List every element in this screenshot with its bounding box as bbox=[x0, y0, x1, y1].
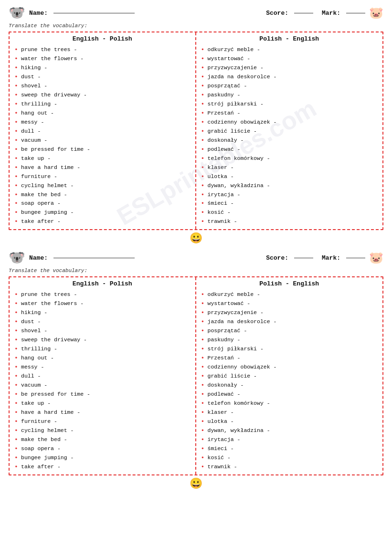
header-left-1: 🐨 Name: bbox=[9, 5, 135, 21]
list-item: messy - bbox=[14, 363, 191, 372]
list-item: ulotka - bbox=[201, 417, 378, 426]
polish-section-2: Polish - English odkurzyć meble - wystar… bbox=[196, 277, 383, 474]
bear-icon-2: 🐨 bbox=[9, 250, 25, 266]
list-item: sweep the driveway - bbox=[14, 91, 191, 100]
list-item: soap opera - bbox=[14, 444, 191, 453]
list-item: cycling helmet - bbox=[14, 426, 191, 435]
list-item: water the flowers - bbox=[14, 54, 191, 63]
list-item: odkurzyć meble - bbox=[201, 290, 378, 299]
score-label-2: Score: bbox=[266, 254, 288, 262]
list-item: trawnik - bbox=[201, 217, 378, 226]
list-item: grabić liście - bbox=[201, 372, 378, 381]
name-line-2 bbox=[53, 258, 135, 258]
list-item: strój piłkarski - bbox=[201, 345, 378, 354]
english-section-1: English - Polish prune the trees - water… bbox=[10, 32, 196, 229]
list-item: dywan, wykładzina - bbox=[201, 426, 378, 435]
list-item: telefon komórkowy - bbox=[201, 399, 378, 408]
list-item: wystartować - bbox=[201, 54, 378, 63]
score-line-2 bbox=[294, 258, 313, 258]
name-line-1 bbox=[53, 13, 135, 13]
polish-list-2: odkurzyć meble - wystartować - przyzwycz… bbox=[201, 290, 378, 471]
list-item: jazda na deskorolce - bbox=[201, 317, 378, 326]
list-item: dull - bbox=[14, 372, 191, 381]
list-item: bungee jumping - bbox=[14, 453, 191, 463]
list-item: przyzwyczajenie - bbox=[201, 308, 378, 317]
score-label-1: Score: bbox=[266, 10, 288, 17]
list-item: Przestań - bbox=[201, 354, 378, 363]
list-item: be pressed for time - bbox=[14, 145, 191, 154]
list-item: klaser - bbox=[201, 408, 378, 417]
list-item: jazda na deskorolce - bbox=[201, 73, 378, 82]
list-item: take after - bbox=[14, 463, 191, 472]
list-item: śmieci - bbox=[201, 199, 378, 208]
list-item: irytacja - bbox=[201, 435, 378, 444]
smiley-2: 😀 bbox=[9, 477, 383, 490]
piglet-icon-2: 🐷 bbox=[369, 251, 383, 265]
list-item: klaser - bbox=[201, 163, 378, 172]
list-item: podlewać - bbox=[201, 390, 378, 399]
mark-label-1: Mark: bbox=[322, 10, 340, 17]
polish-title-1: Polish - English bbox=[201, 35, 378, 42]
list-item: shovel - bbox=[14, 82, 191, 91]
list-item: prune the trees - bbox=[14, 290, 191, 299]
header-2: 🐨 Name: Score: Mark: 🐷 bbox=[9, 250, 383, 266]
list-item: przyzwyczajenie - bbox=[201, 63, 378, 73]
list-item: make the bed - bbox=[14, 435, 191, 444]
list-item: have a hard time - bbox=[14, 408, 191, 417]
list-item: sweep the driveway - bbox=[14, 336, 191, 345]
list-item: take up - bbox=[14, 399, 191, 408]
list-item: have a hard time - bbox=[14, 163, 191, 172]
polish-section-1: Polish - English odkurzyć meble - wystar… bbox=[196, 32, 383, 229]
list-item: telefon komórkowy - bbox=[201, 154, 378, 163]
instruction-2: Translate the vocabulary: bbox=[9, 268, 383, 274]
list-item: thrilling - bbox=[14, 100, 191, 109]
list-item: posprzątać - bbox=[201, 82, 378, 91]
list-item: furniture - bbox=[14, 172, 191, 181]
list-item: thrilling - bbox=[14, 345, 191, 354]
list-item: furniture - bbox=[14, 417, 191, 426]
list-item: take up - bbox=[14, 154, 191, 163]
list-item: odkurzyć meble - bbox=[201, 45, 378, 54]
name-label-2: Name: bbox=[29, 254, 48, 262]
list-item: bungee jumping - bbox=[14, 208, 191, 217]
list-item: water the flowers - bbox=[14, 299, 191, 308]
list-item: prune the trees - bbox=[14, 45, 191, 54]
list-item: make the bed - bbox=[14, 190, 191, 200]
english-title-1: English - Polish bbox=[14, 35, 191, 42]
list-item: shovel - bbox=[14, 326, 191, 336]
list-item: hang out - bbox=[14, 109, 191, 118]
list-item: śmieci - bbox=[201, 444, 378, 453]
header-right-2: Score: Mark: 🐷 bbox=[266, 251, 383, 265]
list-item: vacuum - bbox=[14, 136, 191, 145]
vocab-table-1: English - Polish prune the trees - water… bbox=[9, 32, 383, 230]
list-item: codzienny obowiązek - bbox=[201, 118, 378, 127]
page-container: ESLprintables.com 🐨 Name: Score: Mark: 🐷… bbox=[9, 5, 383, 490]
list-item: soap opera - bbox=[14, 199, 191, 208]
polish-list-1: odkurzyć meble - wystartować - przyzwycz… bbox=[201, 45, 378, 226]
list-item: Przestań - bbox=[201, 109, 378, 118]
header-left-2: 🐨 Name: bbox=[9, 250, 135, 266]
list-item: trawnik - bbox=[201, 463, 378, 472]
instruction-1: Translate the vocabulary: bbox=[9, 23, 383, 29]
name-label-1: Name: bbox=[29, 10, 48, 17]
smiley-1: 😀 bbox=[9, 232, 383, 245]
list-item: kosić - bbox=[201, 208, 378, 217]
score-line-1 bbox=[294, 13, 313, 13]
list-item: doskonały - bbox=[201, 381, 378, 390]
header-right-1: Score: Mark: 🐷 bbox=[266, 6, 383, 20]
list-item: hang out - bbox=[14, 354, 191, 363]
english-list-2: prune the trees - water the flowers - hi… bbox=[14, 290, 191, 471]
list-item: ulotka - bbox=[201, 172, 378, 181]
list-item: hiking - bbox=[14, 63, 191, 73]
mark-line-1 bbox=[346, 13, 365, 13]
list-item: strój piłkarski - bbox=[201, 100, 378, 109]
list-item: grabić liście - bbox=[201, 127, 378, 136]
list-item: be pressed for time - bbox=[14, 390, 191, 399]
list-item: dywan, wykładzina - bbox=[201, 181, 378, 190]
header-1: 🐨 Name: Score: Mark: 🐷 bbox=[9, 5, 383, 21]
list-item: vacuum - bbox=[14, 381, 191, 390]
list-item: dust - bbox=[14, 317, 191, 326]
list-item: kosić - bbox=[201, 453, 378, 463]
list-item: posprzątać - bbox=[201, 326, 378, 336]
list-item: hiking - bbox=[14, 308, 191, 317]
